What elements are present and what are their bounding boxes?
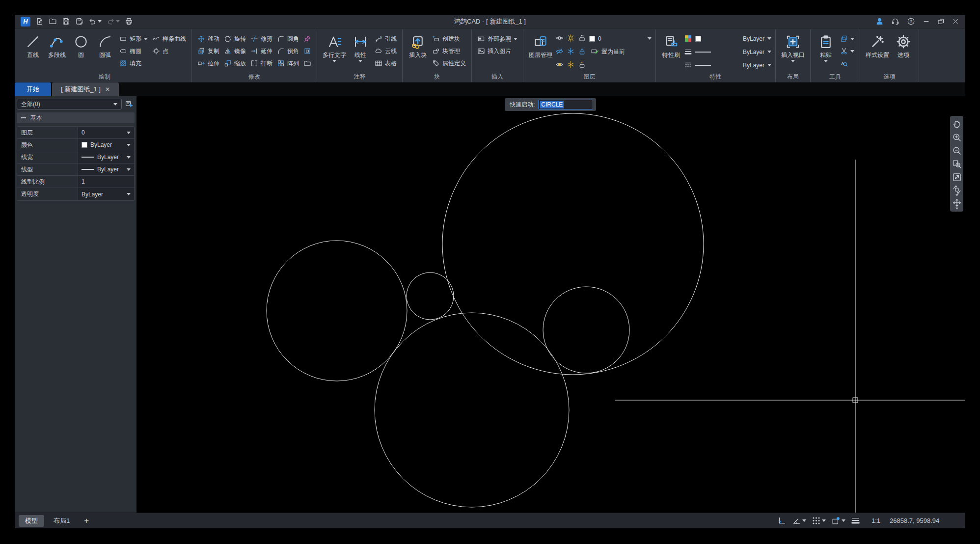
quick-launch-input[interactable]: CIRCLE	[538, 100, 593, 109]
ribbon-item-chamfer[interactable]: 倒角	[275, 45, 300, 57]
section-header-basic[interactable]: 基本	[17, 112, 135, 123]
folder-open-button[interactable]	[49, 17, 57, 26]
tab-document[interactable]: [ 新建图纸_1 ]✕	[52, 82, 119, 96]
ribbon-item-break[interactable]: 打断	[249, 57, 274, 69]
ribbon-item-arc[interactable]: 圆弧	[94, 30, 116, 59]
sun-button[interactable]	[567, 34, 575, 44]
tab-start[interactable]: 开始	[15, 82, 51, 96]
property-control-color-grid[interactable]: ByLayer	[684, 32, 771, 45]
drawing-canvas[interactable]: 快速启动: CIRCLE	[136, 96, 965, 513]
ribbon-item-trim[interactable]: 修剪	[249, 33, 274, 45]
ribbon-item-array[interactable]: 阵列	[275, 57, 300, 69]
ribbon-item-folder[interactable]	[302, 57, 313, 69]
close-icon[interactable]: ✕	[105, 86, 110, 93]
zoom-in-button[interactable]	[952, 131, 962, 144]
ribbon-item-revcloud[interactable]: 云线	[373, 45, 398, 57]
layer-lock-button[interactable]	[578, 47, 586, 57]
canvas-viewport[interactable]	[136, 96, 965, 513]
layer-off-button[interactable]	[555, 47, 564, 57]
ribbon-item-gear[interactable]: 选项	[892, 30, 915, 59]
ribbon-item-cut[interactable]	[839, 45, 856, 57]
property-value-cell[interactable]: ByLayer	[78, 151, 134, 163]
circle-entity[interactable]	[543, 287, 629, 373]
ribbon-item-table[interactable]: 表格	[373, 57, 398, 69]
ribbon-item-block-manage[interactable]: 块管理	[431, 45, 467, 57]
layer-unlock-button[interactable]	[578, 60, 586, 70]
ribbon-item-circle[interactable]: 圆	[70, 30, 92, 59]
ribbon-item-pin[interactable]	[302, 33, 313, 45]
ribbon-item-find[interactable]: A	[839, 57, 856, 69]
annotation-scale[interactable]: 1:1	[871, 517, 880, 524]
selection-filter-dropdown[interactable]: 全部(0)	[17, 99, 122, 109]
unlock-button[interactable]	[578, 34, 586, 44]
eye-button[interactable]	[555, 34, 564, 44]
layer-thaw-button[interactable]	[567, 60, 575, 70]
add-layout-button[interactable]: +	[79, 516, 94, 526]
ribbon-item-hatch[interactable]: 填充	[118, 57, 149, 69]
ribbon-item-line[interactable]: 直线	[22, 30, 44, 59]
ribbon-item-xref[interactable]: 外部参照	[476, 33, 519, 45]
property-control-lw-lines[interactable]: ByLayer	[684, 45, 771, 58]
ribbon-item-copy[interactable]: 复制	[196, 45, 221, 57]
app-logo[interactable]: H	[21, 17, 30, 27]
circle-entity[interactable]	[407, 272, 454, 320]
hand-button[interactable]	[952, 117, 962, 131]
ribbon-item-stretch[interactable]: 拉伸	[196, 57, 221, 69]
grid-dots-toggle[interactable]	[812, 516, 826, 525]
restore-button[interactable]	[937, 18, 945, 25]
zoom-window-button[interactable]	[952, 157, 962, 170]
circle-entity[interactable]	[442, 113, 704, 375]
ribbon-item-rotate[interactable]: 旋转	[222, 33, 247, 45]
undo-button[interactable]	[88, 17, 102, 26]
layer-on-button[interactable]	[555, 60, 564, 70]
ribbon-item-scale[interactable]: 缩放	[222, 57, 247, 69]
ribbon-item-mtext[interactable]: 多行文字	[321, 30, 348, 62]
angle-toggle[interactable]	[792, 516, 806, 525]
zoom-out-button[interactable]	[952, 144, 962, 157]
ribbon-item-copy-clip[interactable]	[839, 33, 856, 45]
panel-filter-button[interactable]	[124, 99, 135, 109]
ribbon-item-paste[interactable]: 粘贴	[815, 30, 837, 62]
layer-color-swatch[interactable]	[589, 36, 595, 42]
ribbon-item-image[interactable]: 插入图片	[476, 45, 519, 57]
ortho-toggle[interactable]	[777, 516, 787, 525]
min-button[interactable]	[923, 18, 930, 25]
file-new-button[interactable]	[35, 17, 44, 26]
ribbon-item-match-props[interactable]: 特性刷	[660, 30, 682, 59]
osnap-toggle[interactable]	[831, 516, 845, 525]
ribbon-item-dim-linear[interactable]: 线性	[349, 30, 372, 62]
pan-xy-button[interactable]	[952, 197, 962, 210]
ribbon-item-viewport[interactable]: 插入视口	[780, 30, 806, 62]
lw-disp-toggle[interactable]	[851, 516, 860, 525]
ribbon-item-create-block[interactable]: 创建块	[431, 33, 467, 45]
ribbon-item-rect-frame[interactable]	[302, 45, 313, 57]
orbit-button[interactable]	[952, 184, 962, 197]
save-button[interactable]	[62, 17, 70, 26]
layer-freeze-button[interactable]	[567, 47, 575, 57]
ribbon-item-ellipse[interactable]: 椭圆	[118, 45, 149, 57]
save-as-button[interactable]	[75, 17, 83, 26]
layout-tab-1[interactable]: 布局1	[47, 515, 76, 527]
ribbon-item-layer-manager[interactable]: 图层管理	[527, 30, 554, 59]
close-button[interactable]	[952, 18, 959, 25]
ribbon-item-leader[interactable]: A引线	[373, 33, 398, 45]
property-value-cell[interactable]: 0	[78, 127, 134, 138]
ribbon-item-point[interactable]: 点	[151, 45, 188, 57]
circle-entity[interactable]	[375, 313, 569, 507]
headset-button[interactable]	[891, 17, 899, 26]
property-control-lt-lines[interactable]: ByLayer	[684, 58, 771, 72]
layout-tab-0[interactable]: 模型	[19, 515, 44, 527]
property-value-cell[interactable]: ByLayer	[78, 188, 134, 200]
help-button[interactable]: ?	[907, 17, 915, 26]
ribbon-item-insert-block[interactable]: 插入块	[407, 30, 429, 59]
ribbon-item-move[interactable]: 移动	[196, 33, 221, 45]
ribbon-item-polyline[interactable]: 多段线	[46, 30, 68, 59]
ribbon-item-rectangle[interactable]: 矩形	[118, 33, 149, 45]
user-button[interactable]	[875, 17, 884, 26]
zoom-extents-button[interactable]	[952, 170, 962, 184]
ribbon-item-wand[interactable]: 样式设置	[864, 30, 891, 59]
ribbon-item-fillet[interactable]: 圆角	[275, 33, 300, 45]
ribbon-item-mirror[interactable]: 镜像	[222, 45, 247, 57]
set-current-button[interactable]: 置为当前	[589, 46, 626, 58]
property-value-cell[interactable]: ByLayer	[78, 139, 134, 151]
